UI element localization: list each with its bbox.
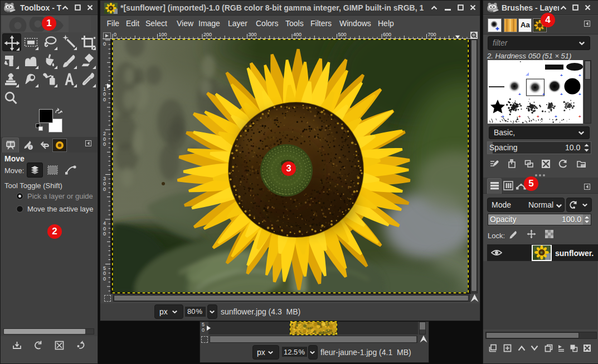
svg-text:300: 300 <box>249 32 257 37</box>
svg-text:+: + <box>518 114 521 119</box>
svg-text:+: + <box>502 114 504 119</box>
svg-text:1: 1 <box>103 86 106 92</box>
svg-text:0: 0 <box>103 181 106 186</box>
svg-text:0: 0 <box>114 32 116 37</box>
svg-text:5: 5 <box>103 265 106 271</box>
svg-text:+: + <box>555 114 557 119</box>
svg-text:0: 0 <box>103 41 106 47</box>
svg-text:+: + <box>542 92 545 97</box>
svg-text:+: + <box>537 114 539 119</box>
svg-text:2: 2 <box>103 131 106 136</box>
svg-text:3: 3 <box>103 176 106 181</box>
svg-text:0: 0 <box>103 136 106 142</box>
svg-text:+: + <box>560 92 563 97</box>
svg-text:0: 0 <box>103 270 106 276</box>
svg-text:100: 100 <box>159 32 167 37</box>
svg-text:400: 400 <box>293 32 302 37</box>
svg-text:700: 700 <box>428 32 436 37</box>
svg-text:0: 0 <box>103 231 106 237</box>
svg-text:+: + <box>578 114 581 119</box>
svg-text:i: i <box>30 145 31 150</box>
svg-text:+: + <box>560 73 563 78</box>
svg-text:600: 600 <box>383 32 391 37</box>
svg-text:500: 500 <box>338 32 347 37</box>
svg-text:0: 0 <box>103 186 106 192</box>
svg-text:0: 0 <box>103 91 106 97</box>
svg-text:+: + <box>578 92 581 97</box>
svg-text:4: 4 <box>103 220 106 226</box>
svg-text:0: 0 <box>103 97 106 102</box>
svg-text:+: + <box>518 92 521 97</box>
svg-text:0: 0 <box>103 276 106 282</box>
svg-text:200: 200 <box>203 32 212 37</box>
svg-text:0: 0 <box>103 141 106 147</box>
svg-text:0: 0 <box>103 226 106 232</box>
svg-text:+: + <box>578 73 581 78</box>
